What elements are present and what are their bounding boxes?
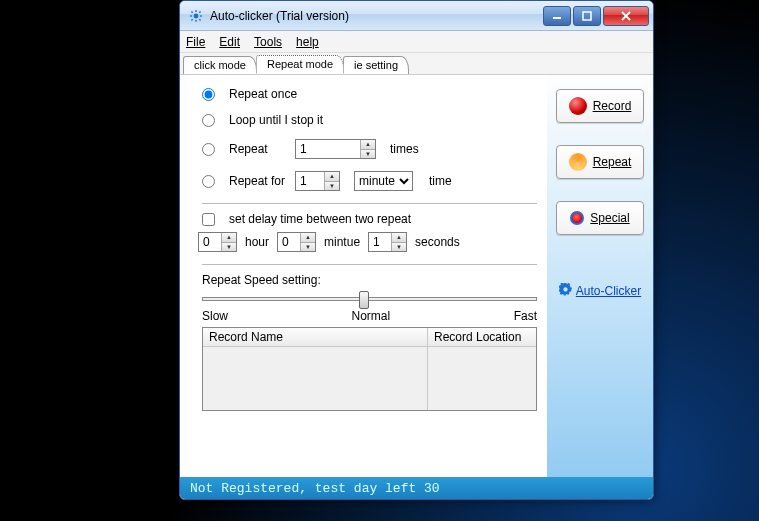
special-label: Special	[590, 211, 629, 225]
spin-down-icon[interactable]: ▼	[325, 182, 339, 191]
spin-up-icon[interactable]: ▲	[361, 140, 375, 150]
tab-repeat-mode[interactable]: Repeat mode	[256, 55, 344, 74]
label-loop-until: Loop until I stop it	[229, 113, 323, 127]
radio-repeat-for[interactable]	[202, 175, 215, 188]
delay-second-spinner[interactable]: ▲▼	[368, 232, 407, 252]
radio-loop-until[interactable]	[202, 114, 215, 127]
record-icon	[569, 97, 587, 115]
sidebar: Record Repeat Special Auto-Clicker	[547, 75, 653, 477]
label-slow: Slow	[202, 309, 228, 323]
menu-edit[interactable]: Edit	[219, 35, 240, 49]
checkbox-set-delay[interactable]	[202, 213, 215, 226]
repeat-times-spinner[interactable]: ▲▼	[295, 139, 376, 159]
repeat-icon	[569, 153, 587, 171]
delay-minute-input[interactable]	[278, 233, 300, 251]
record-button[interactable]: Record	[556, 89, 644, 123]
delay-second-input[interactable]	[369, 233, 391, 251]
tab-strip: click mode Repeat mode ie setting	[180, 53, 653, 75]
maximize-button[interactable]	[573, 6, 601, 26]
record-label: Record	[593, 99, 632, 113]
slider-track	[202, 297, 537, 301]
status-text: Not Registered, test day left 30	[190, 481, 440, 496]
app-window: Auto-clicker (Trial version) File Edit T…	[179, 0, 654, 500]
label-repeat-for: Repeat for	[229, 174, 287, 188]
status-bar: Not Registered, test day left 30	[180, 477, 653, 499]
label-times: times	[390, 142, 419, 156]
label-fast: Fast	[514, 309, 537, 323]
label-set-delay: set delay time between two repeat	[229, 212, 411, 226]
auto-clicker-link[interactable]: Auto-Clicker	[559, 283, 641, 299]
menubar: File Edit Tools help	[180, 31, 653, 53]
records-table[interactable]: Record Name Record Location	[202, 327, 537, 411]
menu-file[interactable]: File	[186, 35, 205, 49]
window-title: Auto-clicker (Trial version)	[210, 9, 541, 23]
delay-hour-input[interactable]	[199, 233, 221, 251]
repeat-label: Repeat	[593, 155, 632, 169]
minimize-button[interactable]	[543, 6, 571, 26]
options-panel: Repeat once Loop until I stop it Repeat …	[180, 75, 547, 477]
menu-tools[interactable]: Tools	[254, 35, 282, 49]
label-time: time	[429, 174, 452, 188]
repeat-times-input[interactable]	[296, 140, 360, 158]
slider-handle[interactable]	[359, 291, 369, 309]
titlebar[interactable]: Auto-clicker (Trial version)	[180, 1, 653, 31]
repeat-for-spinner[interactable]: ▲▼	[295, 171, 340, 191]
menu-help[interactable]: help	[296, 35, 319, 49]
radio-repeat-once[interactable]	[202, 88, 215, 101]
radio-repeat-n[interactable]	[202, 143, 215, 156]
close-button[interactable]	[603, 6, 649, 26]
repeat-button[interactable]: Repeat	[556, 145, 644, 179]
label-speed-setting: Repeat Speed setting:	[202, 273, 537, 287]
label-repeat-once: Repeat once	[229, 87, 297, 101]
svg-rect-2	[583, 12, 591, 20]
app-icon	[188, 8, 204, 24]
tab-ie-setting[interactable]: ie setting	[343, 56, 409, 74]
delay-minute-spinner[interactable]: ▲▼	[277, 232, 316, 252]
column-record-location[interactable]: Record Location	[428, 328, 536, 347]
column-record-name[interactable]: Record Name	[203, 328, 427, 347]
table-body	[203, 347, 427, 410]
special-button[interactable]: Special	[556, 201, 644, 235]
label-minute: mintue	[324, 235, 360, 249]
svg-point-0	[194, 14, 198, 18]
label-hour: hour	[245, 235, 269, 249]
label-normal: Normal	[352, 309, 391, 323]
gear-icon	[559, 283, 572, 299]
delay-hour-spinner[interactable]: ▲▼	[198, 232, 237, 252]
auto-clicker-text: Auto-Clicker	[576, 284, 641, 298]
label-repeat: Repeat	[229, 142, 287, 156]
spin-up-icon[interactable]: ▲	[325, 172, 339, 182]
table-body	[428, 347, 536, 410]
spin-down-icon[interactable]: ▼	[361, 150, 375, 159]
repeat-for-unit-select[interactable]: minute	[354, 171, 413, 191]
speed-slider[interactable]: Slow Normal Fast	[202, 291, 537, 325]
special-icon	[570, 211, 584, 225]
label-seconds: seconds	[415, 235, 460, 249]
repeat-for-input[interactable]	[296, 172, 324, 190]
tab-click-mode[interactable]: click mode	[183, 56, 257, 74]
